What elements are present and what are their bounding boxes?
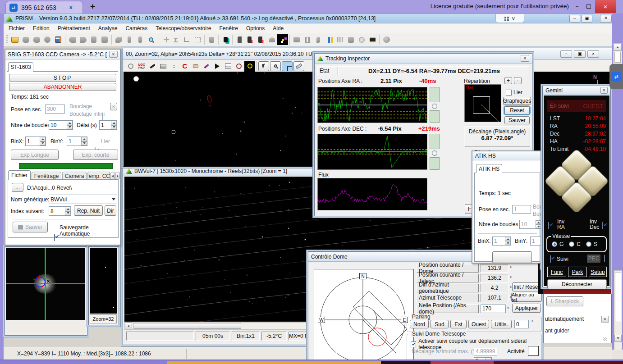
ra-slider-radio[interactable]	[432, 104, 437, 109]
biny-spinner[interactable]: 1	[67, 136, 87, 146]
ccd-control-icon[interactable]	[277, 34, 288, 45]
catalog-ugc-icon[interactable]: UGCPK?	[136, 61, 147, 72]
atik-nbre-spinner[interactable]: 10	[519, 220, 542, 229]
browse-button[interactable]: ...	[12, 183, 23, 192]
fenetrage-tab[interactable]: Fenêtrage	[32, 172, 61, 180]
dec-slider-radio[interactable]	[432, 150, 437, 156]
dir-button[interactable]: Dir	[105, 205, 116, 216]
square-icon[interactable]	[345, 34, 356, 45]
right-scrollbar-top[interactable]	[613, 43, 622, 64]
delai-spinner[interactable]: 1	[99, 120, 117, 130]
tabs-scroll-right-icon[interactable]	[115, 173, 120, 179]
tracking-titlebar[interactable]: Tracking Inspector ×	[315, 54, 532, 64]
nelle-position-input[interactable]: 170	[481, 305, 506, 313]
zoom-tool-icon[interactable]	[146, 34, 156, 45]
remote-tab[interactable]: ⇄ 395 612 653 ☆ ×	[5, 1, 83, 14]
menu-telescope[interactable]: Telescope/observatoire	[151, 23, 215, 33]
hand-point-icon[interactable]	[190, 61, 201, 72]
pec-checkbox[interactable]	[604, 255, 605, 262]
crosshair-tool-button[interactable]	[282, 61, 293, 71]
marker-icon[interactable]: :	[169, 61, 179, 72]
gemini-titlebar[interactable]: Gemini ×	[543, 86, 610, 95]
layers-icon[interactable]	[220, 34, 231, 45]
grid-icon[interactable]	[334, 34, 345, 45]
sbig-close-button[interactable]: ×	[109, 51, 118, 58]
park-utilis-button[interactable]: Utilis.	[491, 320, 512, 328]
vitesse-g-radio[interactable]	[552, 241, 557, 247]
scroll-thumb[interactable]	[133, 323, 241, 329]
remote-minimize-button[interactable]: −	[572, 2, 582, 11]
sauvegarde-auto-checkbox[interactable]	[54, 234, 55, 241]
draw-icon[interactable]	[201, 61, 212, 72]
stop-button[interactable]: STOP	[9, 74, 116, 82]
teamviewer-side-tab[interactable]: ⇄	[609, 64, 623, 89]
zoom-plus-button[interactable]: +	[504, 77, 512, 84]
suivi-checkbox[interactable]	[550, 255, 551, 263]
cursor-tool-button[interactable]	[258, 61, 269, 71]
fichier-tab[interactable]: Fichier	[8, 170, 31, 180]
new-tab-button[interactable]: +	[90, 1, 95, 11]
circle-tool-icon[interactable]	[125, 61, 136, 72]
guidestar-image[interactable]: ×	[6, 248, 85, 320]
stop-all-icon[interactable]	[31, 34, 42, 45]
remote-close-button[interactable]: ×	[595, 0, 616, 13]
undo-icon[interactable]	[67, 34, 78, 45]
reset-button[interactable]: Reset	[504, 106, 530, 114]
menu-pretraitement[interactable]: Prétraitement	[54, 23, 94, 33]
binx-spinner[interactable]: 1	[25, 136, 46, 146]
ruler-tool-button[interactable]	[293, 61, 304, 71]
rep-nuit-button[interactable]: Rep. Nuit	[74, 205, 103, 216]
pin-icon[interactable]	[124, 34, 135, 45]
deconnecter-button[interactable]: Déconnecter	[547, 279, 607, 289]
doc-dark-icon[interactable]	[234, 34, 245, 45]
target-icon[interactable]	[244, 61, 255, 72]
park-sud-button[interactable]: Sud	[431, 320, 449, 328]
film-icon[interactable]	[367, 34, 378, 45]
dropdown-icon[interactable]	[601, 316, 609, 323]
gemini-close-button[interactable]: ×	[600, 87, 608, 94]
menu-options[interactable]: Options	[242, 23, 269, 33]
signature-icon[interactable]	[313, 34, 324, 45]
ra-slider-top[interactable]	[430, 87, 440, 102]
atik-titlebar[interactable]: ATIK HS	[472, 151, 541, 160]
ra-slider-bottom[interactable]	[430, 110, 440, 123]
guide-close-button[interactable]: ×	[587, 50, 599, 58]
abandonner-button[interactable]: ABANDONNER	[9, 83, 116, 91]
init-reset-button[interactable]: Init / Reset	[512, 282, 541, 291]
park-ouest-button[interactable]: Ouest	[468, 320, 489, 328]
tracking-close-button[interactable]: ×	[521, 55, 529, 62]
temp-ccd-tab[interactable]: Temp. CCI	[87, 172, 110, 180]
app-close-button[interactable]: ×	[600, 15, 612, 23]
dec-slider-top[interactable]	[430, 134, 440, 149]
menu-fichier[interactable]: Fichier	[5, 23, 29, 33]
stop-acq-icon[interactable]	[20, 34, 31, 45]
phase-icon[interactable]	[234, 61, 244, 72]
sbig-titlebar[interactable]: SBIG ST-1603 CCD Camera -> -5.2°C [8... …	[5, 50, 120, 59]
tracking-sauver-button[interactable]: Sauver	[504, 116, 530, 124]
nbre-spinner[interactable]: 10	[49, 120, 73, 130]
sigma-icon[interactable]: Σ	[170, 34, 181, 45]
vitesse-s-radio[interactable]	[586, 241, 591, 247]
app-restore-button[interactable]: ▣	[582, 15, 592, 23]
appliquer-button[interactable]: Appliquer	[512, 304, 541, 313]
open-file-icon[interactable]	[9, 34, 20, 45]
dec-slider-bottom[interactable]	[430, 157, 440, 170]
inv-ra-checkbox[interactable]	[548, 222, 549, 229]
park-est-button[interactable]: Est	[450, 320, 467, 328]
refresh-icon[interactable]: C	[179, 61, 190, 72]
select-region-icon[interactable]	[192, 34, 203, 45]
right-scrollbar-bottom[interactable]	[614, 270, 622, 350]
exp-courte-button[interactable]: Exp. courte	[73, 150, 118, 160]
remote-maximize-button[interactable]	[583, 2, 594, 11]
play-icon[interactable]	[212, 61, 223, 72]
guide-restore-button[interactable]: ▣	[574, 50, 586, 58]
park-button[interactable]: Park	[568, 267, 587, 277]
sbig-camera-tab[interactable]: ST-1603	[8, 62, 33, 72]
tracking-lier-checkbox[interactable]	[506, 90, 512, 96]
zoom32-image[interactable]	[90, 248, 117, 314]
nom-generique-select[interactable]: BWVul	[49, 195, 117, 204]
camera-tab[interactable]: Camera	[62, 172, 87, 180]
vitesse-c-radio[interactable]	[569, 241, 574, 247]
print-icon[interactable]	[158, 61, 169, 72]
menu-edition[interactable]: Edition	[29, 23, 54, 33]
